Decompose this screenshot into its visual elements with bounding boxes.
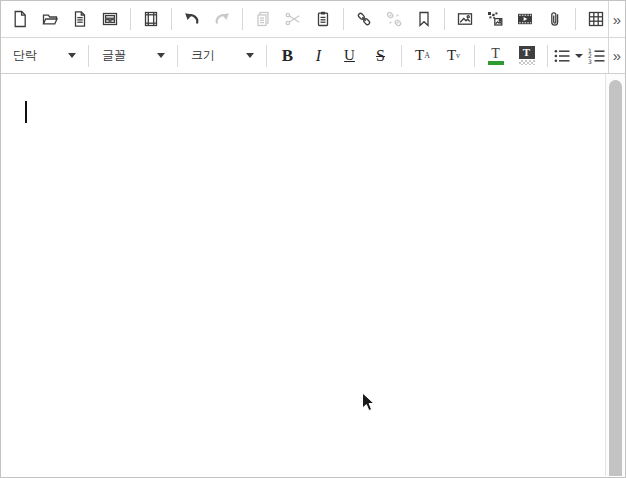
open-file-icon xyxy=(41,10,59,28)
size-dropdown[interactable]: 크기 xyxy=(183,43,261,69)
unlink-icon xyxy=(385,10,403,28)
copy-icon xyxy=(254,10,272,28)
chevron-right-double-icon: » xyxy=(613,47,621,64)
page-frame-icon xyxy=(142,10,160,28)
font-color-icon: T xyxy=(488,47,504,65)
font-dropdown-value: 글꼴 xyxy=(102,47,126,64)
bullet-list-icon xyxy=(553,47,571,65)
new-document-button[interactable] xyxy=(5,4,35,34)
text-caret xyxy=(25,101,27,123)
underline-label: U xyxy=(344,47,355,64)
bookmark-icon xyxy=(415,10,433,28)
separator xyxy=(88,45,89,67)
size-dropdown-value: 크기 xyxy=(191,47,215,64)
toolbar-top-more-button[interactable]: » xyxy=(608,1,625,37)
separator xyxy=(130,8,131,30)
strikethrough-label: S xyxy=(376,47,385,65)
highlight-color-button[interactable]: T xyxy=(511,41,542,71)
photo-gallery-button[interactable] xyxy=(480,4,510,34)
toolbar-top: » xyxy=(1,1,625,38)
italic-label: I xyxy=(316,47,321,65)
open-file-button[interactable] xyxy=(35,4,65,34)
rich-text-editor: » 단락 글꼴 크기 B I xyxy=(0,0,626,478)
unlink-button[interactable] xyxy=(379,4,409,34)
italic-button[interactable]: I xyxy=(303,41,334,71)
redo-button[interactable] xyxy=(207,4,237,34)
bullet-list-button[interactable] xyxy=(553,47,583,65)
bold-label: B xyxy=(282,46,293,66)
strikethrough-button[interactable]: S xyxy=(365,41,396,71)
font-dropdown[interactable]: 글꼴 xyxy=(94,43,172,69)
superscript-main: T xyxy=(415,47,424,64)
highlight-checker-swatch xyxy=(519,60,535,65)
attachment-button[interactable] xyxy=(540,4,570,34)
svg-text:3: 3 xyxy=(588,57,592,64)
undo-icon xyxy=(183,10,201,28)
separator xyxy=(474,45,475,67)
paste-icon xyxy=(314,10,332,28)
cut-icon xyxy=(284,10,302,28)
image-icon xyxy=(456,10,474,28)
underline-button[interactable]: U xyxy=(334,41,365,71)
editor-canvas[interactable] xyxy=(1,74,605,476)
image-button[interactable] xyxy=(450,4,480,34)
document-text-icon xyxy=(71,10,89,28)
document-text-button[interactable] xyxy=(65,4,95,34)
superscript-sub: A xyxy=(424,51,430,60)
toolbar-top-main xyxy=(1,1,608,37)
photo-gallery-icon xyxy=(486,10,504,28)
paragraph-dropdown-value: 단락 xyxy=(13,47,37,64)
subscript-main: T xyxy=(447,47,456,64)
separator xyxy=(177,45,178,67)
table-button[interactable] xyxy=(581,4,608,34)
video-icon xyxy=(516,10,534,28)
new-document-icon xyxy=(11,10,29,28)
font-color-swatch xyxy=(488,61,504,65)
chevron-right-double-icon: » xyxy=(613,11,621,28)
superscript-button[interactable]: TA xyxy=(407,41,438,71)
attachment-icon xyxy=(546,10,564,28)
copy-button[interactable] xyxy=(248,4,278,34)
highlight-letter: T xyxy=(519,46,535,59)
separator xyxy=(266,45,267,67)
chevron-down-icon xyxy=(575,54,583,58)
separator xyxy=(444,8,445,30)
chevron-down-icon xyxy=(68,53,76,58)
template-layout-button[interactable] xyxy=(95,4,125,34)
scrollbar-thumb[interactable] xyxy=(609,80,622,476)
separator xyxy=(242,8,243,30)
bold-button[interactable]: B xyxy=(272,41,303,71)
toolbar-format-main: 단락 글꼴 크기 B I U S xyxy=(1,38,608,73)
redo-icon xyxy=(213,10,231,28)
vertical-scrollbar[interactable] xyxy=(605,74,625,476)
link-icon xyxy=(355,10,373,28)
toolbar-format-more-button[interactable]: » xyxy=(608,38,625,73)
separator xyxy=(401,45,402,67)
numbered-list-button[interactable]: 1 2 3 xyxy=(583,41,608,71)
cut-button[interactable] xyxy=(278,4,308,34)
undo-button[interactable] xyxy=(177,4,207,34)
video-button[interactable] xyxy=(510,4,540,34)
template-layout-icon xyxy=(101,10,119,28)
content-area xyxy=(1,74,625,476)
table-icon xyxy=(587,10,605,28)
separator xyxy=(171,8,172,30)
toolbar-format: 단락 글꼴 크기 B I U S xyxy=(1,38,625,74)
paragraph-dropdown[interactable]: 단락 xyxy=(5,43,83,69)
chevron-down-icon xyxy=(246,53,254,58)
paste-button[interactable] xyxy=(308,4,338,34)
separator xyxy=(575,8,576,30)
bookmark-button[interactable] xyxy=(409,4,439,34)
font-color-button[interactable]: T xyxy=(480,41,511,71)
numbered-list-icon: 1 2 3 xyxy=(587,47,606,65)
separator xyxy=(343,8,344,30)
font-color-letter: T xyxy=(491,47,500,60)
subscript-sub: v xyxy=(456,51,460,60)
subscript-button[interactable]: Tv xyxy=(438,41,469,71)
link-button[interactable] xyxy=(349,4,379,34)
chevron-down-icon xyxy=(157,53,165,58)
page-frame-button[interactable] xyxy=(136,4,166,34)
separator xyxy=(547,45,548,67)
highlight-color-icon: T xyxy=(519,46,535,65)
